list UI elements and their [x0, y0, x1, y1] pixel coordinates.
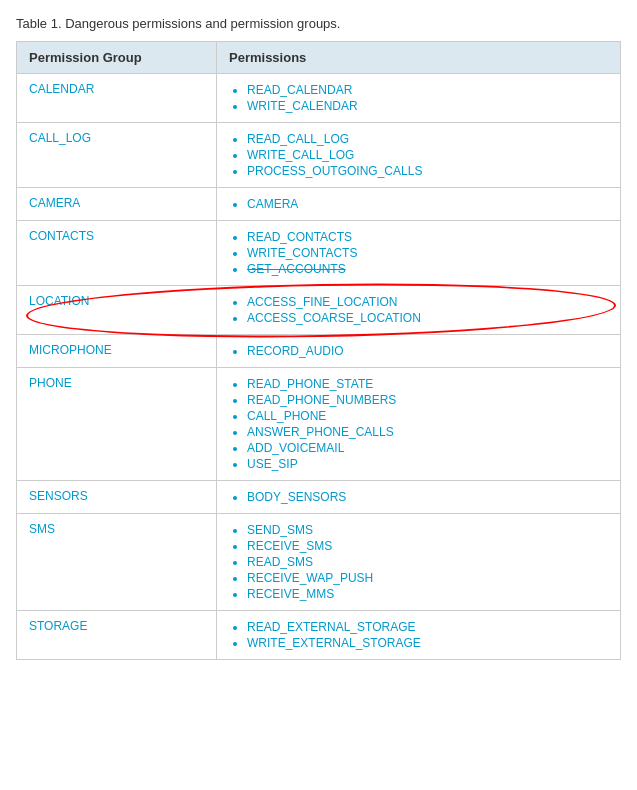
permissions-cell: CAMERA [217, 188, 621, 221]
table-row: SENSORSBODY_SENSORS [17, 481, 621, 514]
permission-item[interactable]: WRITE_CALENDAR [247, 98, 608, 114]
table-row: CALL_LOGREAD_CALL_LOGWRITE_CALL_LOGPROCE… [17, 123, 621, 188]
permissions-cell: READ_CONTACTSWRITE_CONTACTSGET_ACCOUNTS [217, 221, 621, 286]
permission-item[interactable]: READ_PHONE_NUMBERS [247, 392, 608, 408]
permission-group-cell[interactable]: SMS [17, 514, 217, 611]
table-row: LOCATIONACCESS_FINE_LOCATIONACCESS_COARS… [17, 286, 621, 335]
table-title: Table 1. Dangerous permissions and permi… [16, 16, 621, 31]
permission-item[interactable]: BODY_SENSORS [247, 489, 608, 505]
permission-group-cell[interactable]: STORAGE [17, 611, 217, 660]
permission-item[interactable]: ANSWER_PHONE_CALLS [247, 424, 608, 440]
permission-item[interactable]: RECEIVE_WAP_PUSH [247, 570, 608, 586]
table-row: SMSSEND_SMSRECEIVE_SMSREAD_SMSRECEIVE_WA… [17, 514, 621, 611]
permission-item[interactable]: READ_EXTERNAL_STORAGE [247, 619, 608, 635]
permission-item[interactable]: WRITE_CONTACTS [247, 245, 608, 261]
permission-item[interactable]: SEND_SMS [247, 522, 608, 538]
permission-item[interactable]: RECEIVE_MMS [247, 586, 608, 602]
permission-item[interactable]: USE_SIP [247, 456, 608, 472]
permission-item[interactable]: CAMERA [247, 196, 608, 212]
table-row: STORAGEREAD_EXTERNAL_STORAGEWRITE_EXTERN… [17, 611, 621, 660]
permission-item[interactable]: CALL_PHONE [247, 408, 608, 424]
table-row: CAMERACAMERA [17, 188, 621, 221]
permissions-table: Permission Group Permissions CALENDARREA… [16, 41, 621, 660]
permission-item[interactable]: ADD_VOICEMAIL [247, 440, 608, 456]
table-row: MICROPHONERECORD_AUDIO [17, 335, 621, 368]
permissions-cell: READ_PHONE_STATEREAD_PHONE_NUMBERSCALL_P… [217, 368, 621, 481]
permission-item[interactable]: READ_CALL_LOG [247, 131, 608, 147]
permissions-cell: BODY_SENSORS [217, 481, 621, 514]
permissions-cell: READ_CALENDARWRITE_CALENDAR [217, 74, 621, 123]
permission-group-cell[interactable]: CALL_LOG [17, 123, 217, 188]
permission-item[interactable]: READ_PHONE_STATE [247, 376, 608, 392]
table-row: PHONEREAD_PHONE_STATEREAD_PHONE_NUMBERSC… [17, 368, 621, 481]
permission-group-cell[interactable]: CONTACTS [17, 221, 217, 286]
permission-item[interactable]: PROCESS_OUTGOING_CALLS [247, 163, 608, 179]
permission-group-cell[interactable]: CALENDAR [17, 74, 217, 123]
permission-item[interactable]: WRITE_EXTERNAL_STORAGE [247, 635, 608, 651]
permission-item[interactable]: RECEIVE_SMS [247, 538, 608, 554]
permissions-cell: ACCESS_FINE_LOCATIONACCESS_COARSE_LOCATI… [217, 286, 621, 335]
table-row: CALENDARREAD_CALENDARWRITE_CALENDAR [17, 74, 621, 123]
permission-item[interactable]: GET_ACCOUNTS [247, 261, 608, 277]
permission-group-cell[interactable]: LOCATION [17, 286, 217, 335]
permission-item[interactable]: READ_CONTACTS [247, 229, 608, 245]
permission-item[interactable]: READ_SMS [247, 554, 608, 570]
col-header-group: Permission Group [17, 42, 217, 74]
permission-group-cell[interactable]: CAMERA [17, 188, 217, 221]
permission-item[interactable]: RECORD_AUDIO [247, 343, 608, 359]
table-row: CONTACTSREAD_CONTACTSWRITE_CONTACTSGET_A… [17, 221, 621, 286]
permissions-cell: SEND_SMSRECEIVE_SMSREAD_SMSRECEIVE_WAP_P… [217, 514, 621, 611]
permission-group-cell[interactable]: SENSORS [17, 481, 217, 514]
permission-item[interactable]: ACCESS_FINE_LOCATION [247, 294, 608, 310]
permissions-cell: READ_CALL_LOGWRITE_CALL_LOGPROCESS_OUTGO… [217, 123, 621, 188]
permissions-cell: RECORD_AUDIO [217, 335, 621, 368]
permission-item[interactable]: READ_CALENDAR [247, 82, 608, 98]
permissions-cell: READ_EXTERNAL_STORAGEWRITE_EXTERNAL_STOR… [217, 611, 621, 660]
permission-group-cell[interactable]: MICROPHONE [17, 335, 217, 368]
col-header-permissions: Permissions [217, 42, 621, 74]
permission-group-cell[interactable]: PHONE [17, 368, 217, 481]
permission-item[interactable]: WRITE_CALL_LOG [247, 147, 608, 163]
permission-item[interactable]: ACCESS_COARSE_LOCATION [247, 310, 608, 326]
